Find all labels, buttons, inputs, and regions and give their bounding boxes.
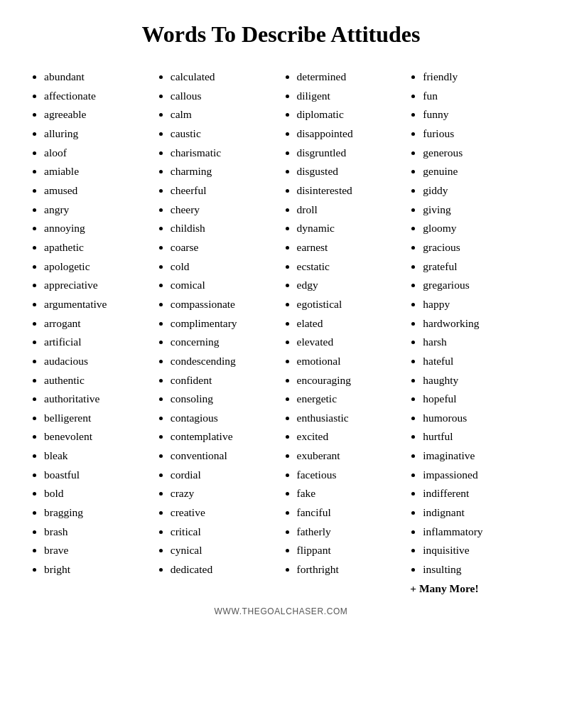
list-item: consoling: [171, 390, 279, 409]
list-item: elated: [297, 314, 405, 333]
list-item: coarse: [171, 238, 279, 257]
list-item: enthusiastic: [297, 409, 405, 428]
list-item: diligent: [297, 87, 405, 106]
list-item: humorous: [423, 409, 531, 428]
word-list-1: abundantaffectionateagreeablealluringalo…: [31, 68, 152, 579]
list-item: charismatic: [171, 144, 279, 163]
list-item: angry: [44, 200, 152, 220]
list-item: impassioned: [423, 466, 531, 485]
list-item: dedicated: [171, 560, 279, 579]
list-item: audacious: [44, 352, 152, 371]
list-item: boastful: [44, 466, 152, 485]
list-item: edgy: [297, 276, 405, 295]
list-item: calculated: [171, 68, 279, 87]
list-item: dynamic: [297, 219, 405, 238]
list-item: exuberant: [297, 446, 405, 466]
list-item: genuine: [423, 162, 531, 181]
list-item: amused: [44, 181, 152, 200]
list-item: elevated: [297, 333, 405, 352]
list-item: grateful: [423, 257, 531, 277]
list-item: apologetic: [44, 257, 152, 277]
list-item: appreciative: [44, 276, 152, 295]
list-item: gracious: [423, 238, 531, 257]
list-item: fake: [297, 484, 405, 503]
list-item: concerning: [171, 333, 279, 352]
list-item: facetious: [297, 466, 405, 485]
list-item: indignant: [423, 503, 531, 523]
list-item: fanciful: [297, 503, 405, 523]
list-item: hurtful: [423, 427, 531, 446]
list-item: happy: [423, 295, 531, 314]
list-item: egotistical: [297, 295, 405, 314]
list-item: creative: [171, 503, 279, 523]
list-item: hateful: [423, 352, 531, 371]
list-item: disgusted: [297, 162, 405, 181]
word-column-2: calculatedcallouscalmcausticcharismaticc…: [155, 68, 281, 595]
list-item: harsh: [423, 333, 531, 352]
word-column-1: abundantaffectionateagreeablealluringalo…: [28, 68, 155, 595]
list-item: crazy: [171, 484, 279, 503]
list-item: aloof: [44, 144, 152, 163]
list-item: hopeful: [423, 390, 531, 409]
list-item: flippant: [297, 541, 405, 560]
list-item: droll: [297, 200, 405, 220]
list-item: cheerful: [171, 181, 279, 200]
list-item: furious: [423, 124, 531, 144]
list-item: energetic: [297, 390, 405, 409]
list-item: callous: [171, 87, 279, 106]
page-title: Words To Describe Attitudes: [28, 21, 534, 48]
list-item: gloomy: [423, 219, 531, 238]
list-item: insulting: [423, 560, 531, 579]
list-item: brave: [44, 541, 152, 560]
list-item: condescending: [171, 352, 279, 371]
list-item: charming: [171, 162, 279, 181]
list-item: compassionate: [171, 295, 279, 314]
list-item: diplomatic: [297, 105, 405, 124]
word-list-3: determineddiligentdiplomaticdisappointed…: [284, 68, 405, 579]
list-item: cynical: [171, 541, 279, 560]
word-columns: abundantaffectionateagreeablealluringalo…: [28, 68, 534, 595]
list-item: fun: [423, 87, 531, 106]
list-item: confident: [171, 371, 279, 390]
list-item: gregarious: [423, 276, 531, 295]
list-item: artificial: [44, 333, 152, 352]
list-item: bright: [44, 560, 152, 579]
list-item: disappointed: [297, 124, 405, 144]
list-item: amiable: [44, 162, 152, 181]
list-item: funny: [423, 105, 531, 124]
list-item: indifferent: [423, 484, 531, 503]
list-item: critical: [171, 523, 279, 542]
list-item: imaginative: [423, 446, 531, 466]
list-item: hardworking: [423, 314, 531, 333]
list-item: giving: [423, 200, 531, 220]
word-list-2: calculatedcallouscalmcausticcharismaticc…: [158, 68, 279, 579]
list-item: caustic: [171, 124, 279, 144]
list-item: fatherly: [297, 523, 405, 542]
word-list-4: friendlyfunfunnyfuriousgenerousgenuinegi…: [410, 68, 531, 579]
list-item: arrogant: [44, 314, 152, 333]
list-item: contagious: [171, 409, 279, 428]
list-item: cold: [171, 257, 279, 277]
list-item: apathetic: [44, 238, 152, 257]
list-item: inquisitive: [423, 541, 531, 560]
list-item: authentic: [44, 371, 152, 390]
list-item: earnest: [297, 238, 405, 257]
list-item: annoying: [44, 219, 152, 238]
list-item: friendly: [423, 68, 531, 87]
list-item: giddy: [423, 181, 531, 200]
list-item: bleak: [44, 446, 152, 466]
list-item: complimentary: [171, 314, 279, 333]
list-item: benevolent: [44, 427, 152, 446]
more-words-label: + Many More!: [410, 582, 531, 595]
list-item: agreeable: [44, 105, 152, 124]
list-item: comical: [171, 276, 279, 295]
list-item: cordial: [171, 466, 279, 485]
list-item: bragging: [44, 503, 152, 523]
list-item: disinterested: [297, 181, 405, 200]
list-item: calm: [171, 105, 279, 124]
list-item: alluring: [44, 124, 152, 144]
list-item: argumentative: [44, 295, 152, 314]
list-item: cheery: [171, 200, 279, 220]
list-item: inflammatory: [423, 523, 531, 542]
word-column-4: friendlyfunfunnyfuriousgenerousgenuinegi…: [407, 68, 534, 595]
